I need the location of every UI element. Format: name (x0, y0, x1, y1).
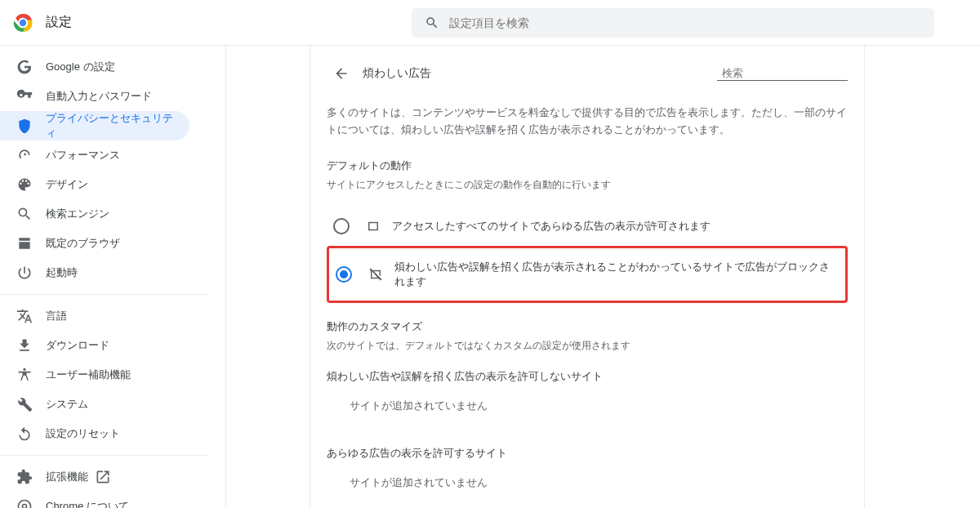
sidebar-item-label: Chrome について (46, 499, 129, 508)
sidebar-item-browser[interactable]: 既定のブラウザ (0, 229, 189, 258)
sidebar-item-label: Google の設定 (46, 60, 115, 74)
content-search[interactable] (717, 67, 848, 81)
radio-block-intrusive[interactable]: 煩わしい広告や誤解を招く広告が表示されることがわかっているサイトで広告がブロック… (327, 246, 848, 303)
open-external-icon (95, 469, 111, 485)
accessibility-icon (16, 367, 33, 383)
download-icon (16, 337, 33, 354)
radio-label: 煩わしい広告や誤解を招く広告が表示されることがわかっているサイトで広告がブロック… (394, 260, 839, 289)
sidebar-item-label: デザイン (46, 177, 88, 192)
sidebar-item-about[interactable]: Chrome について (0, 492, 189, 508)
search-input[interactable] (449, 16, 921, 29)
wrench-icon (16, 396, 33, 412)
radio-icon (333, 218, 350, 234)
sidebar-item-label: システム (46, 397, 88, 412)
sidebar-item-search[interactable]: 検索エンジン (0, 199, 189, 229)
sidebar-item-label: 自動入力とパスワード (46, 89, 152, 104)
sidebar-item-dl[interactable]: ダウンロード (0, 331, 189, 360)
sidebar-item-privacy[interactable]: プライバシーとセキュリティ (0, 111, 189, 140)
frame-off-icon (368, 267, 383, 282)
sidebar-item-label: パフォーマンス (46, 148, 120, 163)
chrome-logo-icon (13, 13, 33, 33)
sidebar-item-design[interactable]: デザイン (0, 170, 189, 199)
sidebar-item-label: 起動時 (46, 265, 78, 280)
extension-icon (16, 469, 33, 485)
content-title: 煩わしい広告 (363, 66, 717, 81)
sidebar-item-label: 既定のブラウザ (46, 236, 120, 251)
sidebar-item-label: 拡張機能 (46, 470, 88, 484)
header-search[interactable] (412, 8, 934, 38)
default-sub: サイトにアクセスしたときにこの設定の動作を自動的に行います (327, 178, 848, 192)
palette-icon (16, 176, 33, 193)
sidebar-item-label: 言語 (46, 309, 67, 323)
sidebar-item-label: ユーザー補助機能 (46, 368, 131, 382)
default-heading: デフォルトの動作 (327, 158, 848, 173)
frame-icon (366, 219, 381, 234)
sidebar-item-reset[interactable]: 設定のリセット (0, 419, 189, 448)
search-icon (425, 16, 439, 30)
sidebar-item-lang[interactable]: 言語 (0, 301, 189, 331)
allow-heading: あらゆる広告の表示を許可するサイト (327, 446, 848, 461)
divider (0, 455, 209, 456)
sidebar-item-system[interactable]: システム (0, 390, 189, 419)
empty-block-list: サイトが追加されていません (327, 389, 848, 430)
block-heading: 煩わしい広告や誤解を招く広告の表示を許可しないサイト (327, 369, 848, 384)
reset-icon (16, 426, 33, 442)
sidebar-item-ext[interactable]: 拡張機能 (0, 462, 189, 492)
sidebar-item-label: ダウンロード (46, 338, 109, 353)
svg-point-4 (23, 505, 27, 509)
translate-icon (16, 308, 33, 324)
page-title: 設定 (46, 14, 72, 31)
sidebar-item-label: 設定のリセット (46, 426, 120, 441)
back-button[interactable] (327, 59, 356, 88)
google-g-icon (16, 59, 33, 75)
sidebar-item-google[interactable]: Google の設定 (0, 52, 189, 82)
sidebar-item-performance[interactable]: パフォーマンス (0, 140, 189, 170)
power-icon (16, 265, 33, 281)
browser-icon (16, 235, 33, 252)
sidebar-item-label: 検索エンジン (46, 207, 109, 221)
svg-point-1 (20, 19, 26, 25)
sidebar-item-label: プライバシーとセキュリティ (46, 111, 173, 140)
custom-sub: 次のサイトでは、デフォルトではなくカスタムの設定が使用されます (327, 339, 848, 353)
divider (0, 294, 209, 295)
empty-allow-list: サイトが追加されていません (327, 466, 848, 506)
radio-label: アクセスしたすべてのサイトであらゆる広告の表示が許可されます (392, 219, 710, 234)
content-description: 多くのサイトは、コンテンツやサービスを料金なしで提供する目的で広告を表示します。… (327, 105, 848, 139)
key-icon (16, 88, 33, 105)
sidebar-item-startup[interactable]: 起動時 (0, 258, 189, 287)
sidebar: Google の設定 自動入力とパスワード プライバシーとセキュリティ パフォー… (0, 46, 209, 508)
radio-allow-all[interactable]: アクセスしたすべてのサイトであらゆる広告の表示が許可されます (327, 207, 848, 246)
content-search-input[interactable] (722, 67, 859, 79)
sidebar-item-autofill[interactable]: 自動入力とパスワード (0, 82, 189, 111)
chrome-outline-icon (16, 498, 33, 508)
sidebar-item-a11y[interactable]: ユーザー補助機能 (0, 360, 189, 390)
arrow-back-icon (333, 65, 350, 82)
search-engine-icon (16, 206, 33, 222)
custom-heading: 動作のカスタマイズ (327, 319, 848, 334)
radio-icon (336, 266, 352, 283)
shield-icon (16, 118, 33, 134)
speed-icon (16, 147, 33, 163)
